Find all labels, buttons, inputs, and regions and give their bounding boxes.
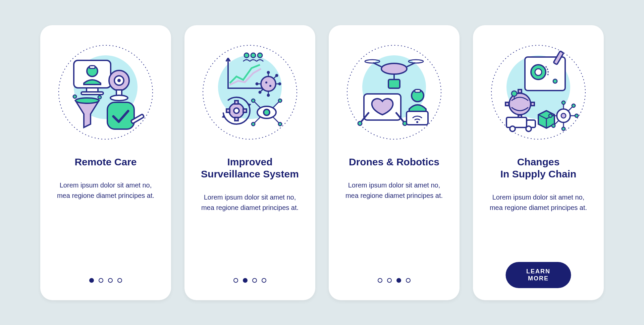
svg-point-34: [259, 91, 261, 93]
card-desc: Lorem ipsum dolor sit amet no, mea regio…: [485, 192, 592, 213]
svg-point-92: [562, 127, 565, 130]
pagination-dots: [329, 278, 460, 283]
dot-4[interactable]: [406, 278, 411, 283]
dot-1[interactable]: [378, 278, 382, 283]
svg-point-77: [509, 93, 531, 115]
card-desc: Lorem ipsum dolor sit amet no, mea regio…: [52, 180, 159, 201]
surveillance-icon: [200, 42, 300, 143]
svg-point-53: [278, 122, 282, 126]
card-title: Improved Surveillance System: [201, 156, 299, 180]
svg-point-45: [264, 109, 270, 115]
svg-point-94: [549, 114, 552, 117]
svg-point-30: [279, 83, 281, 85]
svg-rect-67: [415, 90, 420, 92]
card-title: Remote Care: [74, 156, 137, 168]
svg-point-88: [561, 113, 566, 118]
remote-care-icon: [55, 42, 156, 143]
svg-point-56: [381, 63, 407, 74]
dot-2[interactable]: [243, 278, 248, 283]
onboarding-card-1: Remote Care Lorem ipsum dolor sit amet n…: [40, 25, 171, 300]
dot-2[interactable]: [387, 278, 392, 283]
svg-point-75: [553, 79, 557, 83]
svg-point-20: [251, 53, 256, 58]
svg-point-51: [252, 122, 255, 126]
svg-point-24: [267, 71, 269, 73]
dot-4[interactable]: [117, 278, 122, 283]
svg-point-100: [552, 124, 555, 127]
onboarding-card-2: Improved Surveillance System Lorem ipsum…: [184, 25, 315, 300]
svg-point-26: [267, 94, 269, 96]
svg-point-85: [510, 126, 515, 131]
svg-point-49: [278, 99, 282, 102]
card-desc: Lorem ipsum dolor sit amet no, mea regio…: [197, 192, 303, 213]
svg-rect-80: [505, 102, 509, 106]
svg-point-64: [358, 121, 362, 125]
svg-rect-42: [226, 109, 230, 112]
svg-point-22: [261, 76, 276, 91]
card-title: Changes In Supply Chain: [500, 156, 577, 180]
pagination-dots: [40, 278, 171, 283]
svg-point-13: [73, 95, 76, 98]
dot-1[interactable]: [233, 278, 238, 283]
svg-point-21: [258, 53, 262, 58]
svg-rect-40: [235, 101, 238, 104]
dot-1[interactable]: [89, 278, 94, 283]
dot-3[interactable]: [396, 278, 401, 283]
learn-more-button[interactable]: LEARN MORE: [506, 262, 571, 288]
svg-point-47: [252, 99, 255, 102]
svg-point-69: [416, 121, 418, 123]
svg-point-86: [526, 126, 531, 131]
svg-point-39: [234, 108, 239, 113]
svg-point-28: [256, 83, 258, 85]
svg-line-52: [273, 117, 279, 123]
svg-point-74: [535, 69, 542, 75]
svg-rect-62: [388, 79, 400, 88]
dot-2[interactable]: [99, 278, 103, 283]
dot-4[interactable]: [262, 278, 266, 283]
svg-point-14: [98, 96, 101, 99]
svg-point-36: [269, 85, 271, 87]
svg-point-96: [575, 114, 578, 117]
svg-rect-15: [107, 102, 134, 129]
card-desc: Lorem ipsum dolor sit amet no, mea regio…: [341, 180, 447, 201]
svg-line-97: [569, 107, 573, 111]
svg-rect-78: [518, 90, 522, 93]
card-title: Drones & Robotics: [349, 156, 439, 168]
svg-rect-41: [235, 117, 238, 121]
drones-robotics-icon: [344, 42, 444, 143]
svg-rect-6: [90, 66, 95, 68]
svg-point-82: [512, 91, 517, 96]
svg-point-12: [75, 98, 99, 103]
svg-point-35: [265, 82, 267, 84]
svg-rect-81: [531, 102, 534, 106]
pagination-dots: [184, 278, 315, 283]
svg-rect-4: [81, 92, 103, 95]
svg-point-19: [244, 53, 249, 58]
supply-chain-icon: [488, 42, 589, 143]
svg-point-90: [562, 101, 565, 104]
svg-rect-43: [243, 109, 247, 112]
svg-rect-83: [506, 117, 527, 127]
svg-point-9: [117, 79, 121, 82]
onboarding-card-3: Drones & Robotics Lorem ipsum dolor sit …: [329, 25, 460, 300]
svg-point-11: [110, 95, 128, 101]
svg-point-32: [276, 74, 278, 76]
onboarding-card-4: Changes In Supply Chain Lorem ipsum dolo…: [473, 25, 604, 300]
dot-3[interactable]: [108, 278, 113, 283]
svg-point-98: [572, 104, 575, 107]
dot-3[interactable]: [252, 278, 257, 283]
